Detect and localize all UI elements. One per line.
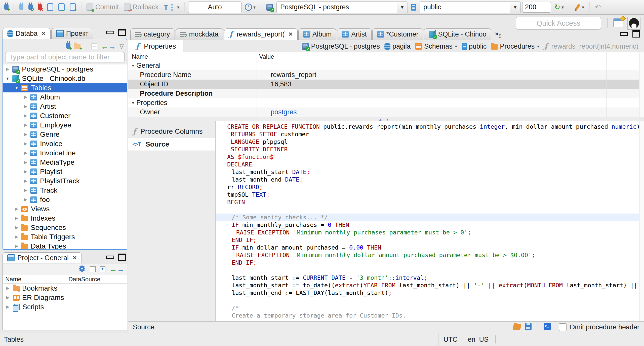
omit-header-checkbox[interactable] <box>559 323 567 331</box>
sidebar-tab-проект[interactable]: Проект <box>51 28 93 39</box>
editor-tab-rewards-report[interactable]: rewards_report(✕ <box>224 28 298 40</box>
rollback-button[interactable]: Rollback <box>122 1 160 13</box>
tree-item-foo[interactable]: ▶foo <box>3 195 127 204</box>
minimize-icon[interactable] <box>106 31 114 34</box>
editor-tab-sqlite-chinoo[interactable]: SQLite - Chinoo <box>424 28 491 40</box>
grid-column-value[interactable]: Value <box>257 53 274 60</box>
grid-column-name[interactable]: Name <box>128 53 257 60</box>
commit-button[interactable]: Commit <box>85 1 120 13</box>
editor-tab-album[interactable]: Album <box>298 28 337 40</box>
collapse-all-button[interactable] <box>90 265 96 273</box>
breadcrumb-item-schemas[interactable]: Schemas▾ <box>415 43 457 50</box>
tree-item-sequences[interactable]: ▶Sequences <box>3 223 127 232</box>
transaction-log-button[interactable]: T⋮▾ <box>162 1 181 13</box>
collapsed-arrow-icon[interactable]: ▶ <box>21 104 30 109</box>
editor-tab-mockdata[interactable]: mockdata <box>176 28 223 40</box>
sql-console-button[interactable]: → <box>57 1 66 13</box>
breadcrumb-item-rewards-report-int4-numeric[interactable]: rewards_report(int4,numeric) <box>544 43 638 50</box>
sash-up-icon[interactable]: ▲ <box>379 118 382 121</box>
tree-item-sqlite-chinook-db[interactable]: ▼SQLite - Chinook.db <box>3 74 127 83</box>
breadcrumb-item-postgresql-postgres[interactable]: PostgreSQL - postgres <box>302 43 380 50</box>
sync-connection-button[interactable]: ↻▾ <box>552 1 566 13</box>
collapsed-arrow-icon[interactable]: ▶ <box>21 188 30 193</box>
close-icon[interactable]: ✕ <box>72 255 77 261</box>
grid-row-properties[interactable]: ▼Properties <box>128 98 639 108</box>
collapse-all-button[interactable] <box>92 43 97 50</box>
tree-item-data-types[interactable]: ▶Data Types <box>3 241 127 250</box>
transaction-history-button[interactable]: ▾ <box>243 1 257 13</box>
dropdown-arrow-icon[interactable]: ▼ <box>397 2 408 13</box>
grid-row-owner[interactable]: Ownerpostgres <box>128 108 639 117</box>
tree-item-customer[interactable]: ▶Customer <box>3 111 127 120</box>
group-expanded-icon[interactable]: ▼ <box>130 63 136 68</box>
tree-item-invoiceline[interactable]: ▶InvoiceLine <box>3 148 127 158</box>
collapsed-arrow-icon[interactable]: ▶ <box>12 225 21 230</box>
collapsed-arrow-icon[interactable]: ▶ <box>3 286 13 291</box>
tree-item-track[interactable]: ▶Track <box>3 186 127 195</box>
schema-combo[interactable]: public▼ <box>420 2 521 13</box>
link-with-editor-button[interactable]: ←→ <box>101 43 116 50</box>
collapsed-arrow-icon[interactable]: ▶ <box>12 234 21 239</box>
collapsed-arrow-icon[interactable]: ▶ <box>21 197 30 202</box>
grid-row-procedure-description[interactable]: Procedure Description <box>128 89 639 98</box>
collapsed-arrow-icon[interactable]: ▶ <box>3 66 12 72</box>
maximize-icon[interactable] <box>118 254 126 261</box>
expanded-arrow-icon[interactable]: ▼ <box>12 86 21 90</box>
collapsed-arrow-icon[interactable]: ▶ <box>21 94 30 100</box>
reconnect-button[interactable]: ↻ <box>27 1 34 13</box>
owner-link[interactable]: postgres <box>271 108 297 116</box>
tree-item-playlisttrack[interactable]: ▶PlaylistTrack <box>3 176 127 186</box>
column-header-datasource[interactable]: DataSource <box>66 275 101 283</box>
tree-item-tables[interactable]: ▼Tables <box>3 83 127 92</box>
save-to-file-button[interactable] <box>525 323 532 332</box>
collapsed-arrow-icon[interactable]: ▶ <box>21 141 30 146</box>
collapsed-arrow-icon[interactable]: ▶ <box>21 178 30 184</box>
link-with-editor-button[interactable]: ←→ <box>109 265 125 273</box>
collapsed-arrow-icon[interactable]: ▶ <box>12 216 21 221</box>
maximize-icon[interactable] <box>118 29 126 36</box>
grid-row-procedure-name[interactable]: Procedure Namerewards_report <box>128 70 639 80</box>
column-header-name[interactable]: Name <box>3 275 66 283</box>
object-filter-input[interactable] <box>5 52 125 62</box>
new-connection-button[interactable]: + <box>66 43 70 50</box>
expanded-arrow-icon[interactable]: ▼ <box>3 76 12 81</box>
tree-item-genre[interactable]: ▶Genre <box>3 130 127 139</box>
group-expanded-icon[interactable]: ▼ <box>130 101 136 105</box>
commit-mode-combo[interactable]: Auto <box>188 2 242 13</box>
collapsed-arrow-icon[interactable]: ▶ <box>21 113 30 118</box>
quick-access-input[interactable] <box>516 17 601 30</box>
close-icon[interactable]: ✕ <box>41 30 46 37</box>
grid-row-general[interactable]: ▼General <box>128 61 639 70</box>
grid-scrollbar[interactable] <box>639 52 644 117</box>
editor-tab-customer[interactable]: *Customer <box>372 28 423 40</box>
editor-tab-artist[interactable]: Artist <box>337 28 372 40</box>
tree-item-employee[interactable]: ▶Employee <box>3 120 127 130</box>
tree-item-mediatype[interactable]: ▶MediaType <box>3 158 127 167</box>
tab-properties[interactable]: Properties <box>128 40 183 53</box>
chevron-down-icon[interactable]: ▾ <box>455 44 457 49</box>
tree-item-artist[interactable]: ▶Artist <box>3 102 127 111</box>
persist-button[interactable] <box>544 323 551 332</box>
sidebar-tab-databa[interactable]: Databa✕ <box>3 28 51 39</box>
collapsed-arrow-icon[interactable]: ▶ <box>21 160 30 165</box>
load-from-file-button[interactable] <box>513 323 521 331</box>
sql-editor-button[interactable] <box>45 1 55 13</box>
project-tab-project-general[interactable]: Project - General✕ <box>3 252 82 263</box>
collapsed-arrow-icon[interactable]: ▶ <box>21 150 30 156</box>
editor-tab-category[interactable]: category <box>130 28 175 40</box>
collapsed-arrow-icon[interactable]: ▶ <box>12 206 21 212</box>
collapsed-arrow-icon[interactable]: ▶ <box>21 169 30 174</box>
close-icon[interactable]: ✕ <box>288 31 293 37</box>
tab-overflow-button[interactable]: »5 <box>495 30 502 39</box>
tree-item-table-triggers[interactable]: ▶Table Triggers <box>3 232 127 241</box>
tree-item-views[interactable]: ▶Views <box>3 204 127 214</box>
minimize-icon[interactable] <box>106 256 114 259</box>
project-item-scripts[interactable]: ▶Scripts <box>3 302 127 312</box>
compare-button[interactable]: ▾ <box>573 1 586 13</box>
new-folder-button[interactable] <box>74 43 80 50</box>
properties-sash[interactable]: ▲ ▼ <box>128 117 639 122</box>
tree-item-invoice[interactable]: ▶Invoice <box>3 139 127 148</box>
tree-item-album[interactable]: ▶Album <box>3 92 127 102</box>
maximize-icon[interactable] <box>632 30 640 38</box>
expand-all-button[interactable] <box>100 265 105 273</box>
